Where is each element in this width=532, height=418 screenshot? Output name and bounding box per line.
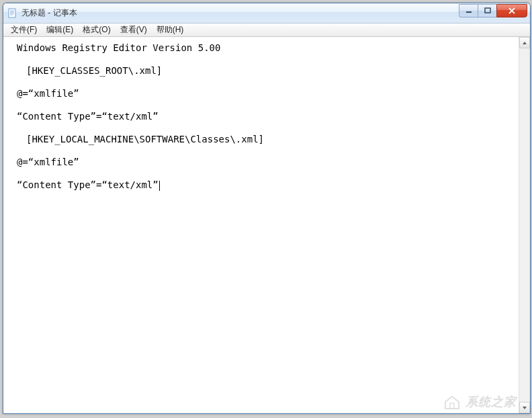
scroll-up-arrow[interactable] [519,37,530,48]
editor-line: [HKEY_CLASSES_ROOT\.xml] [17,65,516,77]
editor-line: @=“xmlfile” [17,88,516,99]
text-cursor [159,181,160,191]
window-title: 无标题 - 记事本 [21,7,459,19]
editor-line [17,77,516,88]
svg-rect-5 [466,11,472,13]
window-controls [459,4,527,17]
menu-help[interactable]: 帮助(H) [152,23,189,37]
scroll-down-arrow[interactable] [519,402,530,413]
editor-line: Windows Registry Editor Version 5.00 [17,42,516,54]
vertical-scrollbar[interactable] [519,37,530,413]
menu-format[interactable]: 格式(O) [78,23,115,37]
minimize-button[interactable] [459,4,478,17]
notepad-window: 无标题 - 记事本 文件(F) 编辑(E) 格式(O) 查看(V) 帮助(H) … [3,3,531,414]
editor-line [17,54,516,65]
menu-view[interactable]: 查看(V) [116,23,152,37]
svg-rect-6 [485,8,490,13]
editor-line [17,99,516,111]
text-editor[interactable]: Windows Registry Editor Version 5.00 [HK… [3,37,519,413]
maximize-button[interactable] [478,4,496,17]
menubar: 文件(F) 编辑(E) 格式(O) 查看(V) 帮助(H) [3,24,530,37]
scroll-track[interactable] [519,48,530,402]
titlebar[interactable]: 无标题 - 记事本 [3,3,530,24]
menu-file[interactable]: 文件(F) [6,23,42,37]
menu-edit[interactable]: 编辑(E) [42,23,78,37]
editor-line: “Content Type”=“text/xml” [17,111,516,122]
editor-line: [HKEY_LOCAL_MACHINE\SOFTWARE\Classes\.xm… [17,134,516,145]
editor-line [17,168,516,179]
editor-line: @=“xmlfile” [17,157,516,168]
close-button[interactable] [496,4,527,17]
editor-line [17,145,516,157]
editor-line: “Content Type”=“text/xml” [17,179,516,191]
app-icon [7,8,18,19]
editor-line [17,122,516,134]
editor-area: Windows Registry Editor Version 5.00 [HK… [3,37,530,413]
